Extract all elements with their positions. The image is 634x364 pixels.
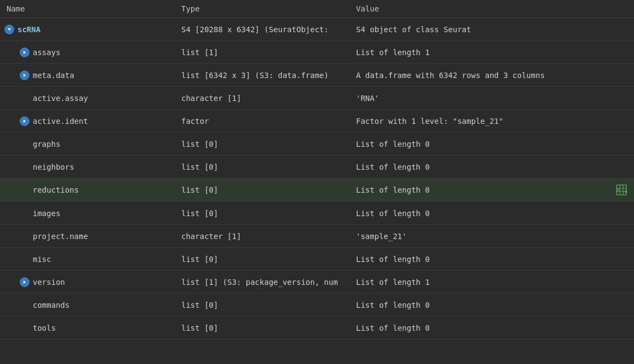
table-row[interactable]: imageslist [0]List of length 0 bbox=[0, 202, 634, 225]
table-row[interactable]: neighborslist [0]List of length 0 bbox=[0, 156, 634, 178]
svg-marker-10 bbox=[23, 281, 26, 284]
name-cell: neighbors bbox=[0, 157, 175, 177]
value-text: 'RNA' bbox=[356, 94, 379, 103]
name-cell: graphs bbox=[0, 134, 175, 154]
type-cell: list [6342 x 3] (S3: data.frame) bbox=[175, 65, 349, 85]
value-text: List of length 1 bbox=[356, 278, 430, 287]
name-cell: tools bbox=[0, 318, 175, 338]
header-name: Name bbox=[0, 0, 175, 17]
table-row[interactable]: assayslist [1]List of length 1 bbox=[0, 41, 634, 64]
table-row[interactable]: toolslist [0]List of length 0 bbox=[0, 317, 634, 339]
name-cell: reductions bbox=[0, 180, 175, 200]
value-text: A data.frame with 6342 rows and 3 column… bbox=[356, 71, 545, 80]
row-name-label: project.name bbox=[33, 232, 88, 241]
value-cell: S4 object of class Seurat bbox=[349, 20, 634, 39]
name-cell: active.ident bbox=[0, 111, 175, 132]
value-cell: List of length 0 bbox=[349, 295, 634, 315]
name-cell: active.assay bbox=[0, 88, 175, 108]
open-table-icon[interactable] bbox=[615, 184, 627, 196]
table-row[interactable]: meta.datalist [6342 x 3] (S3: data.frame… bbox=[0, 64, 634, 87]
type-cell: list [0] bbox=[175, 295, 349, 315]
svg-rect-9 bbox=[617, 189, 619, 191]
value-text: List of length 0 bbox=[356, 301, 430, 309]
collapse-icon[interactable] bbox=[4, 25, 14, 34]
value-cell: List of length 0 bbox=[349, 134, 634, 154]
row-name-label: active.assay bbox=[33, 94, 88, 103]
row-name-label: active.ident bbox=[33, 117, 88, 126]
row-name-label: assays bbox=[33, 48, 61, 57]
value-cell: List of length 0 bbox=[349, 204, 634, 223]
value-text: List of length 0 bbox=[356, 140, 430, 148]
svg-marker-3 bbox=[23, 120, 26, 123]
table-row[interactable]: reductionslist [0]List of length 0 bbox=[0, 178, 634, 202]
value-text: 'sample_21' bbox=[356, 232, 407, 241]
expand-icon[interactable] bbox=[20, 47, 29, 57]
type-cell: list [0] bbox=[175, 249, 349, 269]
environment-viewer: Name Type Value scRNAS4 [20288 x 6342] (… bbox=[0, 0, 634, 339]
header-type: Type bbox=[175, 0, 349, 17]
value-text: List of length 0 bbox=[356, 163, 430, 171]
value-text: List of length 1 bbox=[356, 48, 430, 57]
header-value: Value bbox=[349, 0, 634, 17]
type-cell: factor bbox=[175, 111, 349, 131]
table-row[interactable]: commandslist [0]List of length 0 bbox=[0, 294, 634, 317]
value-text: Factor with 1 level: "sample_21" bbox=[356, 117, 503, 126]
row-name-label: version bbox=[33, 278, 65, 287]
value-text: List of length 0 bbox=[356, 186, 430, 194]
table-row[interactable]: graphslist [0]List of length 0 bbox=[0, 133, 634, 156]
type-cell: list [0] bbox=[175, 157, 349, 177]
row-name-label: commands bbox=[33, 301, 69, 309]
name-cell: commands bbox=[0, 295, 175, 315]
row-name-label: tools bbox=[33, 324, 56, 332]
row-name-label: scRNA bbox=[17, 25, 40, 34]
name-cell: version bbox=[0, 272, 175, 293]
svg-marker-2 bbox=[23, 74, 26, 77]
name-cell: project.name bbox=[0, 226, 175, 246]
name-cell: meta.data bbox=[0, 65, 175, 86]
value-text: List of length 0 bbox=[356, 255, 430, 264]
value-cell: 'sample_21' bbox=[349, 226, 634, 246]
row-name-label: graphs bbox=[33, 140, 61, 148]
value-text: List of length 0 bbox=[356, 324, 430, 332]
type-cell: list [0] bbox=[175, 204, 349, 223]
value-cell: 'RNA' bbox=[349, 88, 634, 108]
name-cell: scRNA bbox=[0, 19, 175, 40]
type-cell: list [1] bbox=[175, 43, 349, 62]
type-cell: list [0] bbox=[175, 134, 349, 154]
value-cell: List of length 0 bbox=[349, 318, 634, 338]
row-name-label: misc bbox=[33, 255, 51, 264]
value-text: List of length 0 bbox=[356, 209, 430, 218]
type-cell: list [0] bbox=[175, 318, 349, 338]
type-cell: list [0] bbox=[175, 180, 349, 200]
table-row[interactable]: active.identfactorFactor with 1 level: "… bbox=[0, 110, 634, 133]
row-name-label: neighbors bbox=[33, 163, 74, 171]
table-header: Name Type Value bbox=[0, 0, 634, 18]
table-row[interactable]: active.assaycharacter [1]'RNA' bbox=[0, 87, 634, 110]
svg-marker-1 bbox=[23, 51, 26, 54]
row-name-label: reductions bbox=[33, 186, 79, 194]
name-cell: assays bbox=[0, 42, 175, 63]
expand-icon[interactable] bbox=[20, 70, 29, 80]
type-cell: character [1] bbox=[175, 226, 349, 246]
table-body: scRNAS4 [20288 x 6342] (SeuratObject:S4 … bbox=[0, 18, 634, 339]
value-cell: Factor with 1 level: "sample_21" bbox=[349, 111, 634, 131]
value-cell: List of length 1 bbox=[349, 43, 634, 62]
name-cell: misc bbox=[0, 249, 175, 269]
expand-icon[interactable] bbox=[20, 116, 29, 126]
type-cell: S4 [20288 x 6342] (SeuratObject: bbox=[175, 20, 349, 39]
value-cell: List of length 1 bbox=[349, 272, 634, 292]
table-row[interactable]: versionlist [1] (S3: package_version, nu… bbox=[0, 271, 634, 294]
value-cell: A data.frame with 6342 rows and 3 column… bbox=[349, 65, 634, 85]
value-cell: List of length 0 bbox=[349, 249, 634, 269]
expand-icon[interactable] bbox=[20, 277, 29, 287]
table-row[interactable]: project.namecharacter [1]'sample_21' bbox=[0, 225, 634, 248]
svg-marker-0 bbox=[8, 28, 11, 31]
value-cell: List of length 0 bbox=[349, 178, 634, 201]
table-row[interactable]: misclist [0]List of length 0 bbox=[0, 248, 634, 271]
row-name-label: images bbox=[33, 209, 61, 218]
name-cell: images bbox=[0, 204, 175, 223]
type-cell: list [1] (S3: package_version, num bbox=[175, 272, 349, 292]
value-text: S4 object of class Seurat bbox=[356, 25, 471, 34]
table-row[interactable]: scRNAS4 [20288 x 6342] (SeuratObject:S4 … bbox=[0, 18, 634, 41]
row-name-label: meta.data bbox=[33, 71, 74, 80]
